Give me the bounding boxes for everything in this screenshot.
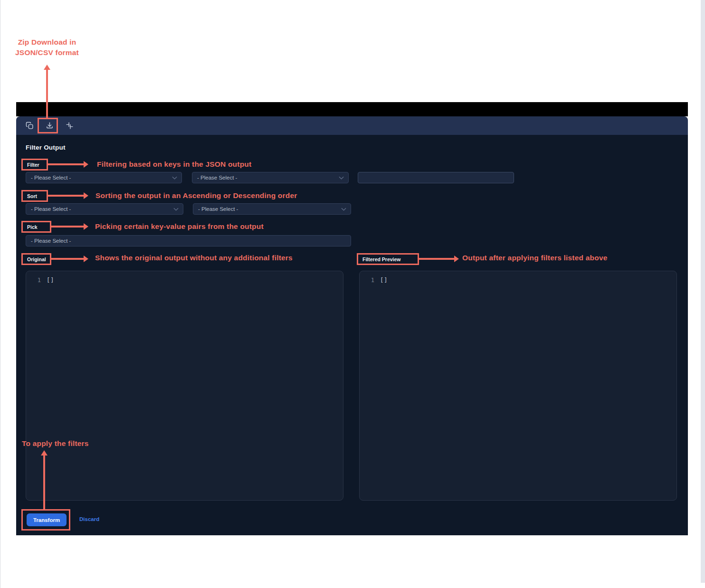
sort-label-annotation-box: Sort (21, 190, 48, 202)
code-content: [] (380, 277, 388, 284)
transform-note: To apply the filters (22, 439, 89, 448)
original-code-editor[interactable]: 1 [] (26, 271, 343, 501)
transform-button[interactable]: Transform (27, 513, 67, 526)
filtered-preview-label: Filtered Preview (362, 256, 401, 262)
code-content: [] (47, 277, 54, 284)
arrow-right-icon (48, 195, 84, 197)
filter-value-input[interactable] (358, 172, 514, 183)
annotated-screenshot: Filter Output Filter - Please Select - -… (0, 0, 705, 588)
filtered-preview-code-editor[interactable]: 1 [] (359, 271, 677, 501)
filter-key-select-value: - Please Select - (31, 175, 71, 180)
scrollbar-track[interactable] (701, 0, 705, 583)
arrow-right-icon (48, 163, 84, 165)
chevron-down-icon (341, 208, 346, 211)
arrow-right-icon (419, 258, 455, 260)
sort-key-select[interactable]: - Please Select - (26, 203, 183, 215)
sort-order-select[interactable]: - Please Select - (193, 203, 351, 215)
download-note-line1: Zip Download in (10, 37, 84, 47)
download-annotation-box (38, 118, 58, 133)
sort-key-select-value: - Please Select - (31, 206, 71, 212)
arrow-up-icon (43, 455, 45, 509)
filter-key-select[interactable]: - Please Select - (26, 172, 182, 183)
discard-link[interactable]: Discard (79, 516, 99, 522)
line-number: 1 (360, 277, 374, 284)
arrow-up-icon (46, 69, 48, 118)
filter-condition-select-value: - Please Select - (197, 175, 237, 180)
original-label: Original (27, 256, 46, 262)
pick-label-annotation-box: Pick (21, 221, 51, 233)
chevron-down-icon (339, 176, 344, 180)
sort-note: Sorting the output in an Ascending or De… (95, 191, 297, 200)
chevron-down-icon (172, 176, 177, 180)
sort-order-select-value: - Please Select - (198, 206, 238, 212)
filtered-preview-label-annotation-box: Filtered Preview (357, 253, 419, 265)
pick-keys-select[interactable]: - Please Select - (26, 235, 351, 247)
filter-note: Filtering based on keys in the JSON outp… (97, 160, 251, 169)
page-title: Filter Output (26, 144, 66, 151)
pick-note: Picking certain key-value pairs from the… (95, 222, 264, 231)
download-note: Zip Download in JSON/CSV format (10, 37, 84, 57)
code-line: 1 [] (26, 277, 343, 284)
code-line: 1 [] (360, 277, 676, 284)
copy-icon[interactable] (25, 121, 34, 131)
arrow-right-icon (51, 258, 84, 260)
chevron-down-icon (173, 208, 179, 211)
original-note: Shows the original output without any ad… (95, 254, 293, 262)
collapse-icon[interactable] (65, 121, 74, 131)
sort-label: Sort (27, 193, 37, 199)
pick-keys-select-value: - Please Select - (31, 238, 71, 244)
original-label-annotation-box: Original (21, 253, 51, 265)
window-titlebar (16, 102, 688, 116)
pick-label: Pick (27, 224, 38, 230)
toolbar (16, 116, 688, 135)
arrow-right-icon (51, 226, 84, 228)
download-note-line2: JSON/CSV format (10, 47, 84, 58)
filtered-preview-note: Output after applying filters listed abo… (462, 254, 608, 262)
filter-label-annotation-box: Filter (21, 159, 48, 171)
filter-label: Filter (27, 162, 39, 168)
line-number: 1 (26, 277, 41, 284)
filter-condition-select[interactable]: - Please Select - (192, 172, 349, 183)
